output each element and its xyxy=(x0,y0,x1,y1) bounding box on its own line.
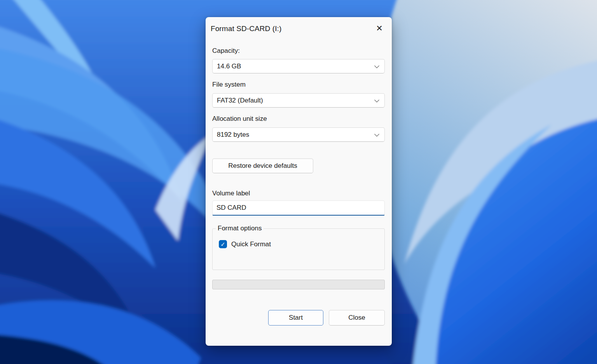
close-icon: ✕ xyxy=(376,24,383,33)
dialog-title: Format SD-CARD (I:) xyxy=(211,24,281,33)
file-system-label: File system xyxy=(212,81,246,89)
chevron-down-icon xyxy=(374,97,379,102)
allocation-unit-size-label: Allocation unit size xyxy=(212,115,267,123)
allocation-unit-size-value: 8192 bytes xyxy=(217,131,249,139)
titlebar-close-button[interactable]: ✕ xyxy=(372,22,387,35)
file-system-combobox[interactable]: FAT32 (Default) xyxy=(212,93,385,108)
restore-device-defaults-button[interactable]: Restore device defaults xyxy=(212,158,313,173)
volume-label-input[interactable] xyxy=(212,200,385,216)
chevron-down-icon xyxy=(374,63,379,68)
file-system-value: FAT32 (Default) xyxy=(217,97,263,104)
chevron-down-icon xyxy=(374,131,379,136)
checkmark-icon: ✓ xyxy=(220,241,225,248)
close-button[interactable]: Close xyxy=(329,310,385,326)
allocation-unit-size-combobox[interactable]: 8192 bytes xyxy=(212,127,385,142)
format-options-legend: Format options xyxy=(216,225,264,232)
capacity-label: Capacity: xyxy=(212,47,240,55)
volume-label-label: Volume label xyxy=(212,190,250,197)
quick-format-row[interactable]: ✓ Quick Format xyxy=(219,240,271,248)
format-progress-bar xyxy=(212,280,385,289)
capacity-combobox[interactable]: 14.6 GB xyxy=(212,59,385,73)
start-button[interactable]: Start xyxy=(268,310,323,326)
format-dialog: Format SD-CARD (I:) ✕ Capacity: 14.6 GB … xyxy=(206,17,392,346)
format-options-group: Format options ✓ Quick Format xyxy=(212,228,385,270)
quick-format-checkbox[interactable]: ✓ xyxy=(219,240,227,248)
capacity-value: 14.6 GB xyxy=(217,63,241,70)
quick-format-label[interactable]: Quick Format xyxy=(231,240,271,248)
